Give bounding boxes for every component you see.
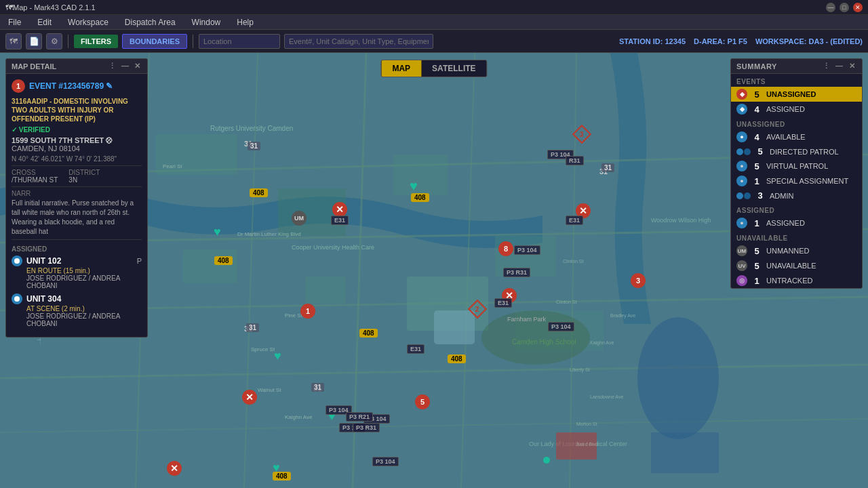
unit-304-icon xyxy=(12,293,22,304)
satellite-button[interactable]: SATELLITE xyxy=(421,60,486,77)
unit-heart-5[interactable]: ♥ xyxy=(274,349,281,363)
untracked-row[interactable]: ◎ 1 UNTRACKED xyxy=(731,273,862,288)
event-id[interactable]: EVENT #123456789 ✎ xyxy=(29,81,113,91)
minimize-button[interactable]: — xyxy=(826,3,835,12)
map-container[interactable]: Camden High School Rutgers University Ca… xyxy=(0,53,868,488)
badge-408-3[interactable]: 408 xyxy=(214,256,233,265)
unit-heart-1[interactable]: ♥ xyxy=(410,178,418,194)
badge-408-5[interactable]: 408 xyxy=(448,354,466,363)
unit-badge-P3-104-2[interactable]: P3 104 xyxy=(514,245,540,255)
event-marker-3[interactable]: 3 xyxy=(631,273,646,288)
titlebar-title: Map - Mark43 CAD 2.1.1 xyxy=(13,3,96,12)
unit-badge-E31-4[interactable]: E31 xyxy=(331,216,349,225)
map-button[interactable]: MAP xyxy=(381,60,421,77)
menu-dispatch-area[interactable]: Dispatch Area xyxy=(122,16,178,28)
badge-408-7[interactable]: 408 xyxy=(273,472,291,481)
incident-marker-5[interactable]: ✕ xyxy=(167,461,182,476)
svg-text:Our Lady of Lourdes Medical Ce: Our Lady of Lourdes Medical Center xyxy=(529,441,627,447)
unit-102-name[interactable]: UNIT 102 xyxy=(26,256,61,266)
toolbar-icon-1[interactable]: 🗺 xyxy=(5,33,22,49)
boundaries-button[interactable]: BOUNDARIES xyxy=(122,34,187,49)
unit-badge-P3-104-3[interactable]: P3 104 xyxy=(548,322,574,331)
event-marker-1[interactable]: 1 xyxy=(300,304,315,319)
unavailable-icon: UV xyxy=(736,260,747,271)
unit-badge-E31-2[interactable]: E31 xyxy=(494,298,512,308)
svg-text:Pearl St: Pearl St xyxy=(163,163,182,169)
event-marker-5[interactable]: 5 xyxy=(415,394,430,409)
unassigned-events-row[interactable]: ◆ 5 UNASSIGNED xyxy=(731,87,862,102)
admin-icons xyxy=(736,192,751,199)
events-section-label: EVENTS xyxy=(731,74,862,87)
assigned-events-row[interactable]: ◆ 4 ASSIGNED xyxy=(731,102,862,117)
address-line: 1599 SOUTH 7TH STREET ⛒ xyxy=(12,136,142,144)
panel-more-btn[interactable]: ⋮ xyxy=(107,62,117,70)
coords: N 40° 42' 46.021" W 74° 0' 21.388" xyxy=(12,155,142,163)
search-input[interactable] xyxy=(284,34,433,49)
unit-badge-E31-1[interactable]: E31 xyxy=(566,216,583,225)
panel-min-btn[interactable]: — xyxy=(120,62,130,70)
virtual-patrol-label: VIRTUAL PATROL xyxy=(766,162,828,170)
toolbar-icon-3[interactable]: ⚙ xyxy=(46,33,62,49)
menu-help[interactable]: Help xyxy=(234,16,256,28)
virtual-patrol-row[interactable]: ● 5 VIRTUAL PATROL xyxy=(731,159,862,174)
menu-window[interactable]: Window xyxy=(189,16,224,28)
menu-workspace[interactable]: Workspace xyxy=(65,16,111,28)
summary-panel-controls: ⋮ — ✕ xyxy=(821,62,857,70)
special-assignment-row[interactable]: ● 1 SPECIAL ASSIGNMENT xyxy=(731,174,862,188)
close-button[interactable]: ✕ xyxy=(853,3,863,12)
svg-point-48 xyxy=(14,258,20,264)
summary-min-btn[interactable]: — xyxy=(834,62,845,70)
unavailable-row[interactable]: UV 5 UNAVAILABLE xyxy=(731,258,862,273)
panel-close-btn[interactable]: ✕ xyxy=(133,62,142,70)
badge-408-1[interactable]: 408 xyxy=(250,188,268,197)
menu-file[interactable]: File xyxy=(5,16,24,28)
unit-badge-R31-3[interactable]: P3 R31 xyxy=(353,423,380,432)
incident-marker-1[interactable]: ✕ xyxy=(332,202,347,217)
event-header: 1 EVENT #123456789 ✎ xyxy=(12,79,142,93)
directed-patrol-label: DIRECTED PATROL xyxy=(770,148,839,156)
incident-marker-4[interactable]: ✕ xyxy=(242,390,257,405)
maximize-button[interactable]: □ xyxy=(840,3,849,12)
unit-badge-E31-3[interactable]: E31 xyxy=(407,344,425,354)
narr-label: NARR xyxy=(12,190,142,197)
assigned-label: ASSIGNED xyxy=(766,105,805,113)
unavailable-section-label: UNAVAILABLE xyxy=(731,230,862,243)
svg-text:Liberty St: Liberty St xyxy=(570,367,590,373)
available-row[interactable]: ● 4 AVAILABLE xyxy=(731,129,862,144)
summary-more-btn[interactable]: ⋮ xyxy=(821,62,832,70)
svg-text:Spruce St: Spruce St xyxy=(251,346,275,352)
unit-304-name[interactable]: UNIT 304 xyxy=(26,294,61,304)
toolbar-icon-2[interactable]: 📄 xyxy=(26,33,42,49)
unmanned-row[interactable]: UM 5 UNMANNED xyxy=(731,243,862,258)
assigned-units-icon: ● xyxy=(736,218,747,228)
event-marker-8[interactable]: 8 xyxy=(498,241,513,256)
assigned-units-row[interactable]: ● 1 ASSIGNED xyxy=(731,216,862,230)
map-detail-body: 1 EVENT #123456789 ✎ 3116AADIP - DOMESTI… xyxy=(6,74,147,337)
directed-patrol-count: 5 xyxy=(755,146,766,157)
cyan-dot[interactable] xyxy=(543,457,550,464)
unit-badge-P3-R31-big[interactable]: P3 R21 xyxy=(346,412,373,422)
filters-button[interactable]: FILTERS xyxy=(74,35,118,48)
um-badge[interactable]: UM xyxy=(292,211,307,226)
location-input[interactable] xyxy=(199,34,280,49)
unit-badge-P3-104-7[interactable]: P3 104 xyxy=(372,457,399,466)
titlebar-controls: — □ ✕ xyxy=(826,3,863,12)
event-marker-4[interactable]: 3 xyxy=(575,127,589,141)
unit-badge-R31-1[interactable]: R31 xyxy=(566,156,584,165)
summary-close-btn[interactable]: ✕ xyxy=(848,62,857,70)
unit-heart-4[interactable]: ♥ xyxy=(214,225,221,239)
badge-408-4[interactable]: 408 xyxy=(359,329,378,338)
directed-patrol-row[interactable]: 5 DIRECTED PATROL xyxy=(731,144,862,159)
admin-row[interactable]: 3 ADMIN xyxy=(731,188,862,203)
unavailable-label2: UNAVAILABLE xyxy=(766,262,816,270)
menu-edit[interactable]: Edit xyxy=(35,16,54,28)
divider-1 xyxy=(12,165,142,166)
narr-text: Full initial narrative. Purse snatched b… xyxy=(12,199,142,237)
admin-label: ADMIN xyxy=(770,192,793,200)
event-marker-2[interactable]: 2 xyxy=(471,302,484,316)
svg-text:Lansdowne Ave: Lansdowne Ave xyxy=(590,394,623,399)
titlebar-icon: 🗺 xyxy=(5,3,13,12)
event-circle: 1 xyxy=(12,79,25,93)
badge-408-2[interactable]: 408 xyxy=(411,193,429,202)
unit-badge-R31-2[interactable]: P3 R31 xyxy=(503,268,530,277)
